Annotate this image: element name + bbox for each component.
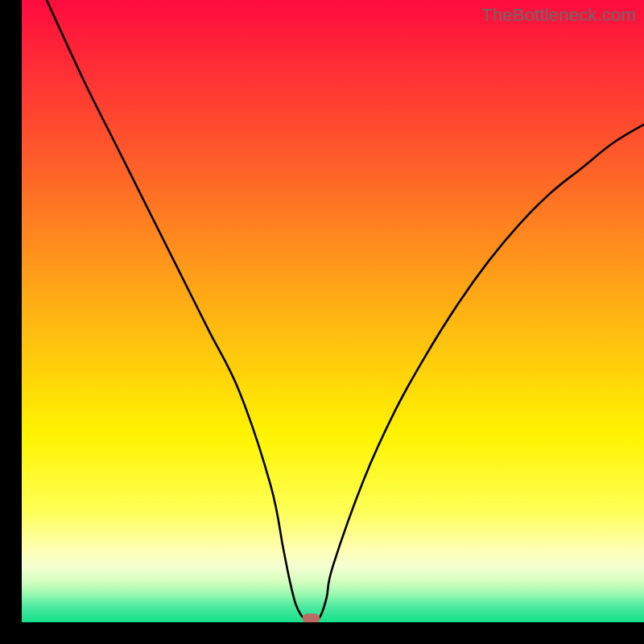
- x-axis: [0, 622, 644, 644]
- bottleneck-chart: TheBottleneck.com: [0, 0, 644, 644]
- plot-background: [22, 0, 644, 622]
- chart-canvas: [0, 0, 644, 644]
- y-axis: [0, 0, 22, 644]
- minimum-marker: [302, 613, 320, 623]
- watermark-text: TheBottleneck.com: [481, 5, 636, 26]
